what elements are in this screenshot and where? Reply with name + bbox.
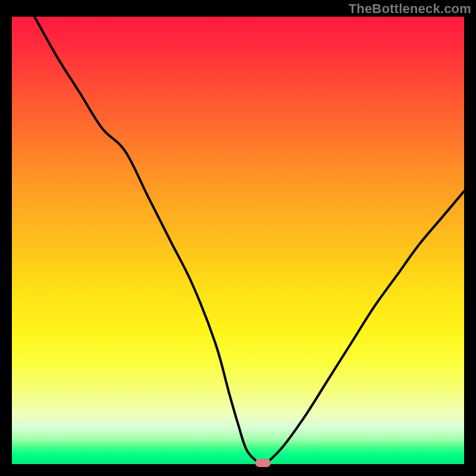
watermark-text: TheBottleneck.com (349, 1, 471, 17)
curve-path (35, 17, 464, 464)
chart-frame: TheBottleneck.com (0, 0, 476, 476)
plot-area (12, 17, 464, 464)
min-marker (255, 459, 271, 467)
curve-svg (12, 17, 464, 464)
